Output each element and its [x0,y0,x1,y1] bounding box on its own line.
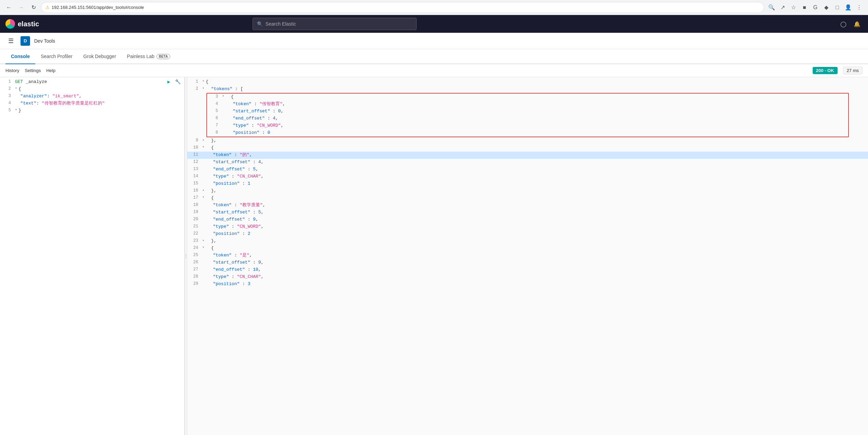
result-line-25: 25 "token" : "是", [187,252,868,259]
browser-chrome: ← → ↻ ⚠ 192.168.245.151:5601/app/dev_too… [0,0,868,15]
fold-arrow-2[interactable]: ▾ [15,86,17,91]
result-line-26: 26 "start_offset" : 9, [187,259,868,266]
fold-r-23[interactable]: ▴ [202,238,204,243]
menu-icon-btn[interactable]: ⋮ [854,3,864,12]
tab-painless-lab-label: Painless Lab [127,54,154,59]
tab-search-profiler-label: Search Profiler [41,54,72,59]
result-line-23: 23 ▴ }, [187,238,868,245]
bookmark-icon-btn[interactable]: ☆ [789,3,798,12]
result-line-11: 11 "token" : "的", [187,152,868,159]
forward-button[interactable]: → [16,3,26,12]
result-line-16: 16 ▴ }, [187,187,868,195]
extension-icon-btn[interactable]: ■ [800,3,809,12]
reload-button[interactable]: ↻ [29,3,38,12]
result-line-19: 19 "start_offset" : 5, [187,209,868,216]
browser-icons: 🔍 ↗ ☆ ■ G ◆ □ 👤 ⋮ [767,3,864,12]
settings-button[interactable]: Settings [25,68,41,73]
result-line-10: 10 ▾ { [187,144,868,152]
tab-painless-lab[interactable]: Painless Lab BETA [122,49,176,64]
app-header: elastic 🔍 Search Elastic ◯ 🔔 [0,15,868,33]
fold-r-24[interactable]: ▾ [202,245,204,250]
notification-icon[interactable]: 🔔 [852,18,863,29]
breadcrumb-text: Dev Tools [34,38,55,44]
header-search-bar[interactable]: 🔍 Search Elastic [253,18,417,30]
line-actions-1: ▶ 🔧 [165,79,181,86]
share-icon-btn[interactable]: ↗ [778,3,787,12]
fold-r-3[interactable]: ▾ [222,94,224,99]
result-line-24: 24 ▾ { [187,245,868,252]
result-line-17: 17 ▾ { [187,195,868,202]
line-num-1: 1 [3,79,11,85]
tab-grok-debugger[interactable]: Grok Debugger [78,49,122,64]
result-line-7: 7 "type" : "CN_WORD", [207,122,848,129]
main-content: 1 GET _analyze ▶ 🔧 2 ▾ { 3 [0,77,868,435]
history-button[interactable]: History [5,68,19,73]
result-line-18: 18 "token" : "教学质量", [187,202,868,209]
hamburger-menu-button[interactable]: ☰ [5,36,16,46]
fold-r-16[interactable]: ▴ [202,187,204,193]
result-line-28: 28 "type" : "CN_CHAR", [187,273,868,281]
help-circle-icon[interactable]: ◯ [838,18,849,29]
editor-panel: 1 GET _analyze ▶ 🔧 2 ▾ { 3 [0,77,185,435]
header-right-icons: ◯ 🔔 [838,18,863,29]
tab-search-profiler[interactable]: Search Profiler [35,49,78,64]
run-button[interactable]: ▶ [165,79,173,86]
result-line-5: 5 "start_offset" : 0, [207,108,848,115]
fold-r-17[interactable]: ▾ [202,195,204,200]
result-line-13: 13 "end_offset" : 5, [187,166,868,173]
editor-line-3: 3 "analyzer": "ik_smart", [0,93,184,100]
editor-line-2: 2 ▾ { [0,86,184,93]
address-bar[interactable]: ⚠ 192.168.245.151:5601/app/dev_tools#/co… [41,2,764,13]
header-search-placeholder: Search Elastic [266,21,296,27]
url-text: 192.168.245.151:5601/app/dev_tools#/cons… [52,5,144,10]
result-line-12: 12 "start_offset" : 4, [187,159,868,166]
result-line-22: 22 "position" : 2 [187,230,868,238]
elastic-logo-circle [5,19,15,29]
profile-icon-btn[interactable]: 👤 [843,3,853,12]
status-badge: 200 - OK [813,67,838,74]
tab-grok-debugger-label: Grok Debugger [83,54,116,59]
result-line-1: 1 ▾ { [187,79,868,86]
line-num-2: 2 [3,86,11,92]
result-line-2: 2 ▾ "tokens" : [ [187,86,868,93]
tab-console-label: Console [11,54,30,59]
result-line-15: 15 "position" : 1 [187,180,868,187]
panel-divider[interactable]: ⋮ [185,77,187,435]
fold-r-1[interactable]: ▾ [202,79,204,84]
fold-arrow-5[interactable]: ▾ [15,107,17,113]
result-line-3: 3 ▾ { [207,94,848,101]
tab-console[interactable]: Console [5,49,35,64]
fold-r-2[interactable]: ▾ [202,86,204,91]
search-icon-btn[interactable]: 🔍 [767,3,776,12]
result-line-21: 21 "type" : "CN_WORD", [187,223,868,230]
line-num-5: 5 [3,107,11,114]
security-icon: ⚠ [45,5,50,10]
fold-r-10[interactable]: ▾ [202,144,204,150]
editor-line-5: 5 ▾ } [0,107,184,114]
editor-content[interactable]: 1 GET _analyze ▶ 🔧 2 ▾ { 3 [0,77,184,435]
help-button[interactable]: Help [46,68,55,73]
line-num-4: 4 [3,100,11,107]
result-line-14: 14 "type" : "CN_CHAR", [187,173,868,180]
red-box-highlight: 3 ▾ { 4 "token" : "传智教育", 5 "start_offse… [206,93,849,137]
back-button[interactable]: ← [4,3,14,12]
results-panel[interactable]: 1 ▾ { 2 ▾ "tokens" : [ 3 ▾ { 4 [187,77,868,435]
result-line-8: 8 "position" : 0 [207,129,848,137]
line-content-1: GET _analyze [15,79,181,86]
result-line-9: 9 ▴ }, [187,137,868,144]
result-line-27: 27 "end_offset" : 10, [187,266,868,273]
time-badge: 27 ms [843,67,863,74]
wrench-button[interactable]: 🔧 [174,79,181,86]
result-line-4: 4 "token" : "传智教育", [207,101,848,108]
result-line-29: 29 "position" : 3 [187,281,868,288]
elastic-logo-text: elastic [18,20,39,28]
result-line-6: 6 "end_offset" : 4, [207,115,848,122]
beta-badge: BETA [157,54,170,59]
splitscreen-icon-btn[interactable]: □ [832,3,842,12]
translate-icon-btn[interactable]: G [811,3,820,12]
fold-r-9[interactable]: ▴ [202,137,204,143]
elastic-logo: elastic [5,19,39,29]
puzzle-icon-btn[interactable]: ◆ [822,3,831,12]
search-icon: 🔍 [257,21,263,27]
toolbar: History Settings Help 200 - OK 27 ms [0,64,868,77]
